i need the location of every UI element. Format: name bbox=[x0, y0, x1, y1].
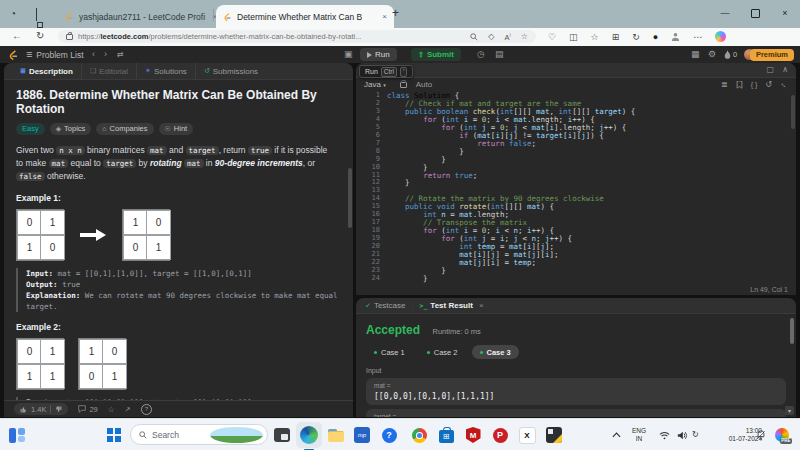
reset-code-icon[interactable]: ↺ bbox=[765, 80, 772, 89]
description-content[interactable]: 1886. Determine Whether Matrix Can Be Ob… bbox=[4, 80, 353, 401]
history-icon[interactable]: ↻ bbox=[632, 32, 640, 42]
scroll-down-icon[interactable]: ▾ bbox=[785, 406, 794, 415]
share-icon[interactable]: ↗ bbox=[125, 405, 131, 414]
run-button[interactable]: Run bbox=[360, 48, 397, 61]
browser-tab-profile[interactable]: yashjadaun2711 - LeetCode Profi × bbox=[58, 5, 224, 28]
back-icon[interactable]: ← bbox=[12, 30, 22, 41]
pinterest-icon[interactable]: P bbox=[491, 426, 509, 444]
star-icon[interactable]: ☆ bbox=[108, 405, 115, 414]
read-aloud-icon[interactable]: A) bbox=[504, 32, 510, 42]
tab-description[interactable]: ≣Description bbox=[12, 63, 81, 79]
companies-tag[interactable]: ⌂Companies bbox=[96, 123, 153, 135]
comments-button[interactable]: 29 bbox=[78, 405, 97, 414]
case-chip-2[interactable]: Case 2 bbox=[419, 345, 466, 359]
prev-problem-icon[interactable]: ‹ bbox=[92, 49, 95, 60]
debug-icon[interactable]: ▣ bbox=[344, 49, 353, 60]
wifi-icon[interactable] bbox=[659, 431, 670, 440]
streak-counter[interactable]: 0 bbox=[724, 46, 737, 63]
minimize-button[interactable]: — bbox=[710, 0, 740, 26]
fullscreen-icon[interactable]: ↔ bbox=[778, 78, 790, 90]
random-problem-icon[interactable]: ⇄ bbox=[117, 49, 124, 60]
notification-bell-icon[interactable] bbox=[756, 430, 766, 440]
dark-app-icon[interactable] bbox=[545, 426, 563, 444]
task-view-icon[interactable] bbox=[273, 426, 291, 444]
volume-icon[interactable] bbox=[677, 431, 687, 440]
mcafee-icon[interactable]: M bbox=[464, 426, 482, 444]
start-button[interactable] bbox=[105, 426, 123, 444]
hint-tag[interactable]: ☉Hint bbox=[159, 123, 194, 135]
thumbs-down-icon[interactable] bbox=[55, 406, 62, 413]
next-problem-icon[interactable]: › bbox=[104, 49, 107, 60]
capcut-icon[interactable]: X bbox=[518, 426, 536, 444]
difficulty-badge[interactable]: Easy bbox=[16, 123, 45, 135]
tab-solutions[interactable]: ✶Solutions bbox=[136, 63, 195, 79]
search-box[interactable]: Search bbox=[130, 424, 268, 445]
shopping-tag-icon[interactable]: ◇ bbox=[488, 32, 494, 41]
file-explorer-icon[interactable] bbox=[327, 426, 345, 444]
copilot-icon[interactable] bbox=[715, 31, 726, 42]
console-panel: ✓ Testcase | >_ Test Result × Accepted R… bbox=[356, 298, 796, 417]
submit-button[interactable]: ⇧ Submit bbox=[411, 48, 461, 61]
settings-menu-icon[interactable]: ⋯ bbox=[693, 32, 702, 42]
notes-icon[interactable]: ▤ bbox=[495, 49, 504, 60]
bookmark-icon[interactable] bbox=[736, 81, 743, 89]
browser-essentials-icon[interactable]: ♡ bbox=[548, 32, 556, 42]
topics-tag[interactable]: ◈Topics bbox=[50, 123, 92, 135]
tab-test-result[interactable]: >_ Test Result bbox=[420, 301, 473, 310]
workspaces-icon[interactable]: ◔ bbox=[10, 8, 16, 20]
tab-editorial[interactable]: ❏Editorial bbox=[81, 63, 136, 79]
tab-testcase[interactable]: ✓ Testcase bbox=[365, 301, 405, 310]
extension-icon[interactable]: ● bbox=[653, 32, 658, 42]
close-button[interactable]: × bbox=[770, 0, 800, 26]
favorite-star-icon[interactable]: ☆ bbox=[521, 32, 528, 41]
close-result-icon[interactable]: × bbox=[479, 301, 484, 310]
expand-panel-icon[interactable]: ▢ bbox=[766, 65, 774, 74]
update-pending-icon[interactable]: ↻ bbox=[692, 430, 699, 439]
collapse-panel-icon[interactable]: ∧ bbox=[782, 65, 788, 74]
zoom-icon[interactable] bbox=[470, 33, 478, 41]
collections-icon[interactable]: ⊞ bbox=[612, 32, 620, 42]
problem-list-button[interactable]: ☰ Problem List bbox=[26, 46, 84, 63]
get-help-icon[interactable]: ? bbox=[380, 426, 398, 444]
split-screen-icon[interactable]: ◫ bbox=[569, 32, 578, 42]
input-field[interactable]: target = bbox=[366, 409, 786, 417]
language-indicator[interactable]: ENGIN bbox=[630, 427, 648, 442]
code-area[interactable]: 1class Solution {2 // Check if mat and t… bbox=[356, 92, 790, 283]
input-field[interactable]: mat =[[0,0,0],[0,1,0],[1,1,1]] bbox=[366, 378, 786, 405]
code-line[interactable]: 11 return true; bbox=[356, 172, 790, 180]
timer-icon[interactable]: ◷ bbox=[477, 49, 485, 60]
code-line[interactable]: 12 } bbox=[356, 179, 790, 187]
editor-scrollbar[interactable] bbox=[791, 95, 795, 129]
microsoft-store-icon[interactable]: ⊞ bbox=[437, 426, 455, 444]
case-chip-1[interactable]: Case 1 bbox=[366, 345, 413, 359]
tab-close-icon[interactable]: × bbox=[382, 12, 387, 21]
new-tab-button[interactable]: + bbox=[392, 7, 399, 19]
blue-app-icon[interactable]: mp bbox=[353, 426, 371, 444]
code-line[interactable]: 24 } bbox=[356, 275, 790, 283]
help-icon[interactable]: ? bbox=[141, 404, 152, 415]
chrome-icon[interactable] bbox=[410, 426, 428, 444]
premium-button[interactable]: Premium bbox=[750, 49, 794, 61]
favorites-icon[interactable]: ☆ bbox=[591, 32, 599, 42]
statement-segment: , or bbox=[303, 158, 315, 168]
thumbs-up-icon[interactable] bbox=[20, 406, 27, 413]
leetcode-logo[interactable] bbox=[8, 46, 19, 63]
browser-tab-problem[interactable]: Determine Whether Matrix Can B × bbox=[216, 5, 394, 28]
maximize-button[interactable] bbox=[740, 0, 770, 26]
widgets-icon[interactable] bbox=[8, 426, 26, 444]
description-scrollbar[interactable] bbox=[348, 168, 352, 228]
braces-icon[interactable]: { } bbox=[751, 81, 758, 88]
tab-submissions[interactable]: ↺Submissions bbox=[195, 63, 266, 79]
refresh-icon[interactable]: ↻ bbox=[36, 30, 44, 41]
console-scrollbar[interactable] bbox=[790, 318, 794, 344]
language-selector[interactable]: Java ▾ bbox=[364, 80, 386, 89]
edge-icon[interactable] bbox=[296, 422, 322, 448]
format-code-icon[interactable]: ≣ bbox=[721, 80, 728, 89]
address-bar[interactable]: https://leetcode.com/problems/determine-… bbox=[58, 30, 536, 43]
case-chip-3[interactable]: Case 3 bbox=[472, 345, 519, 359]
profile-icon[interactable] bbox=[671, 32, 680, 41]
tray-chevron-icon[interactable] bbox=[612, 432, 621, 438]
layout-grid-icon[interactable]: ▦ bbox=[691, 49, 700, 60]
gear-icon[interactable]: ⚙ bbox=[708, 49, 716, 60]
copilot-preview-icon[interactable]: PRE bbox=[773, 426, 791, 444]
